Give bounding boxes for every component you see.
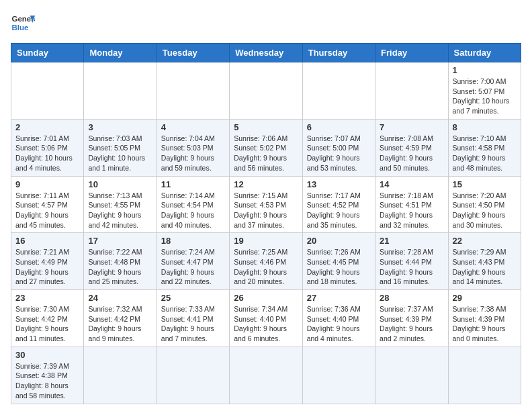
day-info: Sunrise: 7:26 AM Sunset: 4:45 PM Dayligh… [307,247,371,287]
day-header-sunday: Sunday [11,44,84,62]
day-info: Sunrise: 7:11 AM Sunset: 4:57 PM Dayligh… [15,191,79,230]
day-number: 28 [380,293,443,303]
svg-text:Blue: Blue [11,24,29,32]
day-cell: 14Sunrise: 7:18 AM Sunset: 4:51 PM Dayli… [375,176,448,233]
day-cell: 17Sunrise: 7:22 AM Sunset: 4:48 PM Dayli… [84,233,157,290]
day-cell [84,347,157,404]
day-number: 19 [234,236,298,246]
day-number: 2 [15,122,79,132]
day-number: 4 [161,122,225,132]
day-number: 21 [380,236,443,246]
day-header-saturday: Saturday [448,44,521,62]
day-cell: 20Sunrise: 7:26 AM Sunset: 4:45 PM Dayli… [302,233,375,290]
day-info: Sunrise: 7:15 AM Sunset: 4:53 PM Dayligh… [234,191,298,230]
day-info: Sunrise: 7:14 AM Sunset: 4:54 PM Dayligh… [161,191,225,230]
day-cell: 4Sunrise: 7:04 AM Sunset: 5:03 PM Daylig… [157,119,229,176]
week-row-6: 30Sunrise: 7:39 AM Sunset: 4:38 PM Dayli… [11,347,521,404]
week-row-4: 16Sunrise: 7:21 AM Sunset: 4:49 PM Dayli… [11,233,521,290]
week-row-3: 9Sunrise: 7:11 AM Sunset: 4:57 PM Daylig… [11,176,521,233]
day-info: Sunrise: 7:37 AM Sunset: 4:39 PM Dayligh… [380,304,443,344]
day-cell: 10Sunrise: 7:13 AM Sunset: 4:55 PM Dayli… [84,176,157,233]
day-info: Sunrise: 7:00 AM Sunset: 5:07 PM Dayligh… [453,77,517,116]
day-info: Sunrise: 7:10 AM Sunset: 4:58 PM Dayligh… [453,134,517,173]
day-cell: 9Sunrise: 7:11 AM Sunset: 4:57 PM Daylig… [11,176,84,233]
day-number: 16 [15,236,79,246]
day-cell [157,62,229,120]
day-number: 24 [88,293,152,303]
day-cell: 11Sunrise: 7:14 AM Sunset: 4:54 PM Dayli… [157,176,229,233]
day-cell: 25Sunrise: 7:33 AM Sunset: 4:41 PM Dayli… [157,290,229,347]
day-number: 8 [453,122,517,132]
day-info: Sunrise: 7:28 AM Sunset: 4:44 PM Dayligh… [380,247,443,287]
day-number: 3 [88,122,152,132]
day-cell [375,62,448,120]
day-cell: 24Sunrise: 7:32 AM Sunset: 4:42 PM Dayli… [84,290,157,347]
page-header: General Blue [11,11,521,35]
day-info: Sunrise: 7:06 AM Sunset: 5:02 PM Dayligh… [234,134,298,173]
day-info: Sunrise: 7:38 AM Sunset: 4:39 PM Dayligh… [453,304,517,344]
day-number: 12 [234,179,298,189]
day-info: Sunrise: 7:39 AM Sunset: 4:38 PM Dayligh… [15,361,79,401]
day-number: 20 [307,236,371,246]
day-info: Sunrise: 7:01 AM Sunset: 5:06 PM Dayligh… [15,134,79,173]
day-info: Sunrise: 7:20 AM Sunset: 4:50 PM Dayligh… [453,191,517,230]
day-cell [157,347,229,404]
day-info: Sunrise: 7:22 AM Sunset: 4:48 PM Dayligh… [88,247,152,287]
week-row-2: 2Sunrise: 7:01 AM Sunset: 5:06 PM Daylig… [11,119,521,176]
calendar-table: SundayMondayTuesdayWednesdayThursdayFrid… [11,43,521,404]
day-number: 30 [15,350,79,360]
day-cell: 13Sunrise: 7:17 AM Sunset: 4:52 PM Dayli… [302,176,375,233]
day-header-tuesday: Tuesday [157,44,229,62]
day-cell [302,347,375,404]
day-info: Sunrise: 7:33 AM Sunset: 4:41 PM Dayligh… [161,304,225,344]
day-info: Sunrise: 7:08 AM Sunset: 4:59 PM Dayligh… [380,134,443,173]
day-number: 9 [15,179,79,189]
day-number: 11 [161,179,225,189]
day-info: Sunrise: 7:30 AM Sunset: 4:42 PM Dayligh… [15,304,79,344]
day-cell [84,62,157,120]
logo: General Blue [11,11,35,35]
day-info: Sunrise: 7:07 AM Sunset: 5:00 PM Dayligh… [307,134,371,173]
day-cell [448,347,521,404]
day-cell: 7Sunrise: 7:08 AM Sunset: 4:59 PM Daylig… [375,119,448,176]
day-number: 27 [307,293,371,303]
day-number: 5 [234,122,298,132]
day-cell: 30Sunrise: 7:39 AM Sunset: 4:38 PM Dayli… [11,347,84,404]
day-info: Sunrise: 7:25 AM Sunset: 4:46 PM Dayligh… [234,247,298,287]
day-number: 10 [88,179,152,189]
day-info: Sunrise: 7:29 AM Sunset: 4:43 PM Dayligh… [453,247,517,287]
day-header-wednesday: Wednesday [230,44,302,62]
day-info: Sunrise: 7:04 AM Sunset: 5:03 PM Dayligh… [161,134,225,173]
day-cell: 18Sunrise: 7:24 AM Sunset: 4:47 PM Dayli… [157,233,229,290]
day-cell: 3Sunrise: 7:03 AM Sunset: 5:05 PM Daylig… [84,119,157,176]
day-cell [302,62,375,120]
day-cell: 12Sunrise: 7:15 AM Sunset: 4:53 PM Dayli… [230,176,302,233]
day-info: Sunrise: 7:34 AM Sunset: 4:40 PM Dayligh… [234,304,298,344]
day-info: Sunrise: 7:24 AM Sunset: 4:47 PM Dayligh… [161,247,225,287]
day-cell: 19Sunrise: 7:25 AM Sunset: 4:46 PM Dayli… [230,233,302,290]
day-number: 17 [88,236,152,246]
day-number: 22 [453,236,517,246]
day-number: 1 [453,65,517,75]
day-number: 14 [380,179,443,189]
day-number: 18 [161,236,225,246]
day-number: 26 [234,293,298,303]
day-number: 25 [161,293,225,303]
day-number: 7 [380,122,443,132]
day-header-monday: Monday [84,44,157,62]
week-row-1: 1Sunrise: 7:00 AM Sunset: 5:07 PM Daylig… [11,62,521,120]
day-headers-row: SundayMondayTuesdayWednesdayThursdayFrid… [11,44,521,62]
day-cell: 5Sunrise: 7:06 AM Sunset: 5:02 PM Daylig… [230,119,302,176]
day-number: 15 [453,179,517,189]
day-number: 13 [307,179,371,189]
day-cell: 8Sunrise: 7:10 AM Sunset: 4:58 PM Daylig… [448,119,521,176]
day-info: Sunrise: 7:21 AM Sunset: 4:49 PM Dayligh… [15,247,79,287]
day-cell: 23Sunrise: 7:30 AM Sunset: 4:42 PM Dayli… [11,290,84,347]
day-cell: 28Sunrise: 7:37 AM Sunset: 4:39 PM Dayli… [375,290,448,347]
day-info: Sunrise: 7:32 AM Sunset: 4:42 PM Dayligh… [88,304,152,344]
day-cell: 29Sunrise: 7:38 AM Sunset: 4:39 PM Dayli… [448,290,521,347]
day-info: Sunrise: 7:03 AM Sunset: 5:05 PM Dayligh… [88,134,152,173]
logo-icon: General Blue [11,11,35,35]
day-header-friday: Friday [375,44,448,62]
day-info: Sunrise: 7:13 AM Sunset: 4:55 PM Dayligh… [88,191,152,230]
